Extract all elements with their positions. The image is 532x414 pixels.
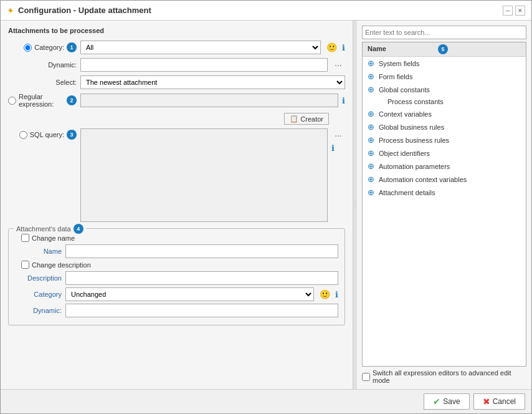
select-label: Select:	[8, 79, 77, 86]
change-name-label: Change name	[32, 234, 75, 242]
description-input[interactable]	[65, 271, 338, 285]
regex-info-icon[interactable]: ℹ	[342, 96, 345, 105]
dialog-icon: ✦	[7, 6, 14, 16]
close-button[interactable]: ✕	[515, 6, 525, 16]
save-icon: ✔	[433, 397, 440, 407]
category-field-info-icon[interactable]: ℹ	[335, 290, 338, 299]
tree-item[interactable]: ⊕Process business rules	[363, 133, 526, 147]
save-label: Save	[443, 397, 460, 406]
attachments-section-label: Attachments to be processed	[8, 27, 104, 34]
tree-container: Name 5 ⊕System fields⊕Form fields⊕Global…	[362, 42, 526, 367]
creator-icon: 📋	[290, 115, 298, 123]
creator-label: Creator	[300, 115, 323, 123]
sql-info-icon[interactable]: ℹ	[331, 143, 345, 153]
sql-radio[interactable]	[19, 131, 27, 139]
name-label: Name	[15, 248, 62, 255]
sql-badge: 3	[67, 130, 77, 140]
dialog-title: Configuration - Update attachment	[18, 6, 151, 15]
cancel-button[interactable]: ✖ Cancel	[473, 393, 525, 410]
sql-icons: ··· ℹ	[331, 128, 345, 153]
titlebar-left: ✦ Configuration - Update attachment	[7, 6, 151, 16]
titlebar: ✦ Configuration - Update attachment ─ ✕	[1, 1, 531, 21]
category-badge: 1	[67, 42, 77, 52]
regex-badge: 2	[67, 95, 77, 105]
description-label: Description	[15, 274, 62, 282]
sql-textarea[interactable]	[80, 128, 328, 222]
switch-row: Switch all expression editors to advance…	[362, 369, 526, 384]
category-field-label: Category	[15, 291, 62, 298]
category-field-row: Category Unchanged 🙂 ℹ	[15, 287, 338, 301]
dynamic-row: Dynamic: ···	[8, 58, 345, 72]
change-description-label: Change description	[32, 261, 91, 269]
select-row: Select: The newest attachment	[8, 75, 345, 89]
cancel-label: Cancel	[493, 397, 516, 406]
regex-radio-label[interactable]: Regular expression:	[8, 93, 64, 108]
titlebar-controls: ─ ✕	[503, 6, 525, 16]
switch-text: Switch all expression editors to advance…	[373, 369, 526, 384]
right-panel: Name 5 ⊕System fields⊕Form fields⊕Global…	[357, 21, 531, 389]
tree-item[interactable]: ⊕Automation parameters	[363, 160, 526, 173]
sql-label: SQL query:	[30, 131, 64, 138]
attachment-data-legend: Attachment's data	[16, 225, 71, 233]
description-row: Description	[15, 271, 338, 285]
switch-checkbox[interactable]	[362, 373, 370, 381]
regex-label: Regular expression:	[19, 93, 64, 108]
tree-item[interactable]: ⊕System fields	[363, 57, 526, 70]
category-label: Category:	[34, 44, 64, 51]
tree-item[interactable]: ⊕Object identifiers	[363, 147, 526, 160]
tree-item[interactable]: ⊕Form fields	[363, 70, 526, 83]
tree-badge: 5	[438, 44, 448, 54]
category-radio-label[interactable]: Category:	[24, 44, 64, 52]
tree-header-name: Name	[368, 45, 386, 52]
attachment-data-group: Attachment's data 4 Change name Name Cha…	[8, 228, 345, 325]
dynamic-field-label: Dynamic:	[15, 307, 62, 314]
category-info-icon[interactable]: ℹ	[342, 43, 345, 52]
regex-row: Regular expression: 2 ℹ	[8, 93, 345, 108]
sql-row: SQL query: 3 ··· ℹ	[8, 128, 345, 222]
sql-dots-btn[interactable]: ···	[331, 128, 345, 142]
sql-right	[80, 128, 328, 222]
save-button[interactable]: ✔ Save	[424, 393, 469, 410]
tree-item[interactable]: ⊕Attachment details	[363, 186, 526, 199]
sql-radio-label[interactable]: SQL query:	[19, 131, 64, 139]
name-row: Name	[15, 244, 338, 258]
tree-item[interactable]: Process constants	[363, 96, 526, 107]
dialog: ✦ Configuration - Update attachment ─ ✕ …	[0, 0, 532, 414]
tree-items-container: ⊕System fields⊕Form fields⊕Global consta…	[363, 57, 526, 199]
category-field-select[interactable]: Unchanged	[65, 287, 314, 301]
content-area: Attachments to be processed Category: 1 …	[1, 21, 531, 389]
search-input[interactable]	[362, 26, 526, 39]
regex-radio[interactable]	[8, 97, 16, 105]
dialog-footer: ✔ Save ✖ Cancel	[1, 389, 531, 413]
left-panel: Attachments to be processed Category: 1 …	[1, 21, 353, 389]
dynamic-dots-btn[interactable]: ···	[331, 58, 345, 72]
cancel-icon: ✖	[483, 397, 490, 407]
minimize-button[interactable]: ─	[503, 6, 513, 16]
tree-item[interactable]: ⊕Automation context variables	[363, 173, 526, 186]
tree-header: Name 5	[363, 42, 526, 57]
tree-item[interactable]: ⊕Global business rules	[363, 120, 526, 133]
category-smiley-btn[interactable]: 🙂	[325, 41, 338, 54]
select-dropdown[interactable]: The newest attachment	[80, 75, 345, 89]
category-select[interactable]: All	[80, 41, 321, 54]
attachments-section-row: Attachments to be processed	[8, 27, 345, 37]
change-name-row: Change name	[21, 234, 338, 242]
regex-input[interactable]	[80, 94, 338, 107]
dynamic-field-input[interactable]	[65, 304, 338, 317]
attachment-data-badge: 4	[74, 224, 83, 234]
group-legend: Attachment's data 4	[14, 224, 86, 234]
creator-row: 📋 Creator	[8, 113, 345, 125]
dynamic-input[interactable]	[80, 58, 328, 72]
creator-button[interactable]: 📋 Creator	[284, 113, 329, 125]
category-radio[interactable]	[24, 44, 32, 52]
change-name-checkbox[interactable]	[21, 234, 29, 242]
category-field-smiley-btn[interactable]: 🙂	[318, 287, 331, 301]
dynamic-field-row: Dynamic:	[15, 304, 338, 317]
change-description-checkbox[interactable]	[21, 261, 29, 269]
name-input[interactable]	[65, 244, 338, 258]
tree-item[interactable]: ⊕Global constants	[363, 83, 526, 96]
category-row: Category: 1 All 🙂 ℹ	[8, 41, 345, 54]
switch-label[interactable]: Switch all expression editors to advance…	[362, 369, 526, 384]
change-description-row: Change description	[21, 261, 338, 269]
tree-item[interactable]: ⊕Context variables	[363, 107, 526, 120]
